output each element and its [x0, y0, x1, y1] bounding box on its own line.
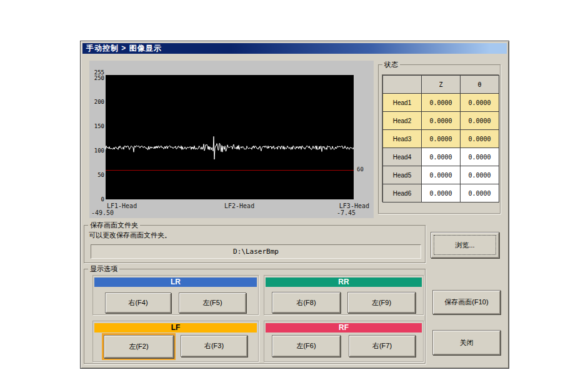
- table-row: Head5 0.0000 0.0000: [383, 166, 499, 184]
- y-tick: 200: [89, 99, 104, 105]
- theta-value-cell: 0.0000: [461, 112, 499, 130]
- table-row: Head1 0.0000 0.0000: [383, 94, 499, 112]
- threshold-line: [106, 170, 354, 171]
- head-name-cell: Head1: [383, 94, 422, 112]
- save-folder-path-field[interactable]: D:\LaserBmp: [91, 244, 421, 259]
- lr-header-bar: LR: [94, 278, 257, 287]
- status-table-header: Z θ: [383, 76, 499, 94]
- header-cell-name: [383, 76, 422, 94]
- y-tick: 100: [89, 148, 104, 154]
- x-label-center: LF2-Head: [224, 202, 254, 209]
- header-cell-theta: θ: [461, 76, 499, 94]
- z-value-cell: 0.0000: [422, 130, 461, 148]
- z-value-cell: 0.0000: [422, 112, 461, 130]
- save-screen-button[interactable]: 保存画面(F10): [432, 290, 501, 314]
- theta-value-cell: 0.0000: [461, 184, 499, 202]
- x-label-left: LF1-Head: [107, 202, 137, 209]
- x-value-right: -7.45: [337, 209, 356, 216]
- theta-value-cell: 0.0000: [461, 166, 499, 184]
- threshold-value-label: 60: [357, 166, 364, 172]
- status-group-label: 状态: [382, 61, 400, 69]
- lf-left-selected-indicator: 左(F2): [102, 333, 176, 360]
- header-cell-z: Z: [422, 76, 461, 94]
- signal-plot: [106, 75, 354, 199]
- head-name-cell: Head6: [383, 184, 422, 202]
- close-button[interactable]: 关闭: [432, 330, 501, 355]
- display-options-group-label: 显示选项: [88, 265, 119, 273]
- display-options-groupbox: 显示选项 LR 右(F4) 左(F5) RR 右(F8) 左(F9) LF 左(…: [84, 269, 426, 364]
- table-row: Head4 0.0000 0.0000: [383, 148, 499, 166]
- rf-left-button[interactable]: 左(F6): [272, 335, 341, 357]
- save-folder-description: 可以更改保存画面文件夹。: [89, 231, 171, 240]
- rr-header-bar: RR: [266, 278, 422, 287]
- status-groupbox: 状态 Z θ Head1 0.0000 0.0000 Head2 0.0000 …: [378, 64, 501, 214]
- rr-panel: RR 右(F8) 左(F9): [264, 275, 424, 315]
- image-display-panel: 255 250 200 150 100 50 0 60 LF1-Head LF2…: [89, 61, 374, 218]
- lr-right-button[interactable]: 右(F4): [105, 292, 171, 313]
- status-table: Z θ Head1 0.0000 0.0000 Head2 0.0000 0.0…: [382, 75, 499, 202]
- rf-right-button[interactable]: 右(F7): [349, 335, 416, 357]
- signal-waveform: [106, 75, 354, 199]
- window-titlebar: 手动控制 > 图像显示: [82, 43, 507, 54]
- head-name-cell: Head3: [383, 130, 422, 148]
- lf-right-button[interactable]: 右(F3): [181, 335, 247, 357]
- x-value-left: -49.50: [91, 209, 114, 216]
- save-folder-groupbox: 保存画面文件夹 可以更改保存画面文件夹。 D:\LaserBmp: [84, 225, 426, 263]
- rf-header-bar: RF: [266, 323, 422, 332]
- table-row: Head3 0.0000 0.0000: [383, 130, 499, 148]
- rr-left-button[interactable]: 左(F9): [347, 292, 416, 313]
- head-name-cell: Head2: [383, 112, 422, 130]
- head-name-cell: Head4: [383, 148, 422, 166]
- theta-value-cell: 0.0000: [461, 130, 499, 148]
- z-value-cell: 0.0000: [422, 184, 461, 202]
- theta-value-cell: 0.0000: [461, 94, 499, 112]
- z-value-cell: 0.0000: [422, 166, 461, 184]
- lr-left-button[interactable]: 左(F5): [179, 292, 246, 313]
- z-value-cell: 0.0000: [422, 94, 461, 112]
- table-row: Head6 0.0000 0.0000: [383, 184, 499, 202]
- lf-left-button[interactable]: 左(F2): [104, 335, 174, 358]
- y-tick: 150: [89, 123, 104, 129]
- x-label-right: LF3-Head: [339, 202, 369, 209]
- y-tick: 250: [89, 75, 104, 81]
- browse-button[interactable]: 浏览...: [431, 232, 499, 258]
- head-name-cell: Head5: [383, 166, 422, 184]
- y-tick: 50: [89, 172, 104, 178]
- window-title: 手动控制 > 图像显示: [86, 44, 162, 52]
- main-window: 手动控制 > 图像显示 255 250 200 150 100 50 0 60 …: [80, 41, 509, 369]
- lr-panel: LR 右(F4) 左(F5): [92, 275, 259, 315]
- rr-right-button[interactable]: 右(F8): [272, 292, 341, 313]
- table-row: Head2 0.0000 0.0000: [383, 112, 499, 130]
- y-tick: 0: [89, 196, 104, 202]
- lf-panel: LF 左(F2) 右(F3): [92, 321, 259, 362]
- z-value-cell: 0.0000: [422, 148, 461, 166]
- lf-header-bar: LF: [94, 323, 257, 332]
- save-folder-group-label: 保存画面文件夹: [88, 221, 140, 229]
- theta-value-cell: 0.0000: [461, 148, 499, 166]
- rf-panel: RF 左(F6) 右(F7): [264, 321, 424, 362]
